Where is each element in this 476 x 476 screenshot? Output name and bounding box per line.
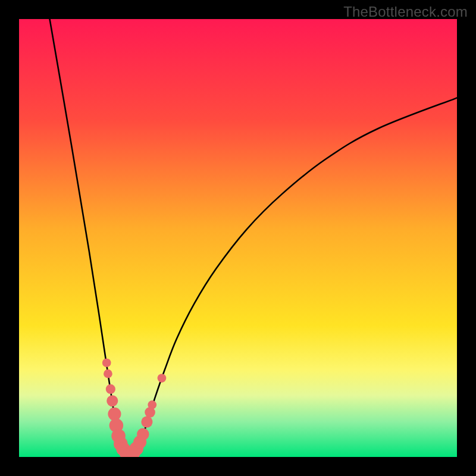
data-marker (148, 400, 156, 409)
data-marker (141, 416, 152, 428)
data-marker (107, 395, 118, 406)
data-marker (158, 374, 167, 383)
data-marker (106, 384, 115, 394)
plot-area (19, 19, 457, 457)
chart-frame: TheBottleneck.com (0, 0, 476, 476)
data-marker (102, 358, 111, 367)
watermark-label: TheBottleneck.com (343, 4, 468, 20)
gradient-background (19, 19, 457, 457)
data-marker (104, 369, 112, 378)
chart-svg (19, 19, 457, 457)
data-marker (137, 428, 149, 440)
data-marker (108, 408, 121, 421)
